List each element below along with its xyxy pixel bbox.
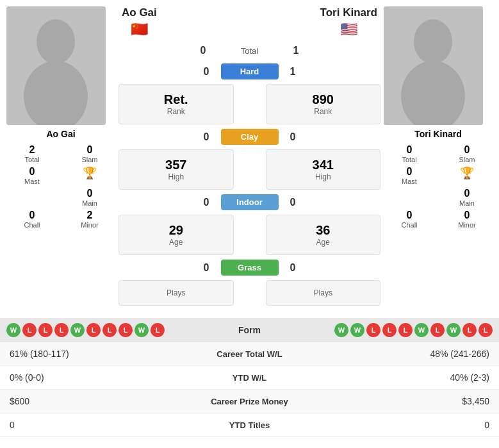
surface-row-indoor: 0 Indoor 0 [119, 194, 380, 210]
main-container: Ao Gai 2 Total 0 Slam 0 Mast 🏆 [0, 0, 499, 437]
stats-right-0: 48% (241-266) [314, 349, 490, 359]
left-trophy: 🏆 [64, 166, 115, 185]
form-label: Form [238, 325, 261, 335]
stats-right-2: $3,450 [314, 396, 490, 406]
grass-score-right: 0 [279, 262, 307, 274]
stats-center-3: YTD Titles [186, 420, 314, 430]
left-plays-panel: Plays [119, 280, 234, 306]
trophy-icon-right: 🏆 [460, 166, 474, 180]
right-player-section: Tori Kinard 0 Total 0 Slam 0 Mast 🏆 [384, 6, 493, 229]
form-badge-left: L [151, 323, 165, 337]
left-high-label: High [168, 172, 184, 181]
center-area: Ao Gai 🇨🇳 Tori Kinard 🇺🇸 0 Total 1 0 [119, 6, 380, 308]
right-name-flag: Tori Kinard 🇺🇸 [320, 6, 377, 38]
stats-left-0: 61% (180-117) [10, 349, 186, 359]
right-high-panel: 341 High [266, 149, 381, 190]
left-stat-mast: 0 Mast [6, 166, 58, 185]
right-rank-value: 890 [313, 92, 334, 107]
form-section: WLLLWLLLWL Form WWLLLWLWLL [0, 318, 499, 342]
stats-row: 0 YTD Titles 0 [0, 413, 499, 437]
player-names-row: Ao Gai 🇨🇳 Tori Kinard 🇺🇸 [119, 6, 380, 38]
left-age-label: Age [169, 238, 183, 247]
left-form-badges: WLLLWLLLWL [6, 323, 165, 337]
stats-left-1: 0% (0-0) [10, 372, 186, 383]
total-label: Total [218, 46, 282, 56]
right-age-panel: 36 Age [266, 215, 381, 255]
right-player-name: Tori Kinard [384, 129, 493, 139]
players-layout: Ao Gai 2 Total 0 Slam 0 Mast 🏆 [0, 0, 499, 315]
stats-left-2: $600 [10, 396, 186, 406]
left-flag: 🇨🇳 [131, 21, 148, 38]
surface-btn-indoor[interactable]: Indoor [221, 194, 279, 210]
right-age-label: Age [316, 238, 330, 247]
left-player-name: Ao Gai [6, 129, 115, 139]
left-player-section: Ao Gai 2 Total 0 Slam 0 Mast 🏆 [6, 6, 115, 229]
right-plays-panel: Plays [266, 280, 381, 306]
form-badge-right: L [382, 323, 397, 337]
hard-score-right: 1 [279, 66, 307, 78]
right-flag: 🇺🇸 [340, 21, 357, 38]
right-trophy: 🏆 [441, 166, 493, 185]
stats-row: 61% (180-117) Career Total W/L 48% (241-… [0, 342, 499, 366]
form-badge-right: W [446, 323, 461, 337]
surface-btn-clay[interactable]: Clay [221, 129, 279, 145]
form-badge-left: L [54, 323, 69, 337]
form-badge-left: L [38, 323, 53, 337]
right-stat-slam: 0 Slam [441, 144, 493, 163]
left-player-avatar [6, 6, 106, 125]
left-stat-slam: 0 Slam [64, 144, 115, 163]
left-stat-chall: 0 Chall [6, 210, 58, 229]
right-stat-minor: 0 Minor [441, 210, 493, 229]
clay-score-left: 0 [192, 131, 221, 143]
stats-row: $600 Career Prize Money $3,450 [0, 390, 499, 413]
right-high-value: 341 [313, 158, 334, 172]
left-rank-panel: Ret. Rank [119, 84, 234, 124]
right-age-value: 36 [316, 223, 330, 238]
form-badge-right: W [414, 323, 429, 337]
left-age-value: 29 [169, 223, 183, 238]
age-boxes: 29 Age 36 Age [119, 215, 380, 255]
grass-score-left: 0 [192, 262, 221, 274]
stats-center-2: Career Prize Money [186, 397, 314, 406]
stats-center-1: YTD W/L [186, 373, 314, 383]
rank-boxes: Ret. Rank 890 Rank [119, 84, 380, 124]
total-score-row: 0 Total 1 [119, 45, 380, 56]
surface-btn-hard[interactable]: Hard [221, 63, 279, 79]
left-plays-label: Plays [167, 288, 185, 297]
form-badge-right: L [479, 323, 493, 337]
right-plays-label: Plays [314, 288, 332, 297]
surface-row-hard: 0 Hard 1 [119, 63, 380, 79]
left-high-panel: 357 High [119, 149, 234, 190]
surface-rows: 0 Hard 1 Ret. Rank 890 Rank [119, 63, 380, 308]
total-score-right: 1 [282, 45, 311, 56]
stats-row: 0% (0-0) YTD W/L 40% (2-3) [0, 366, 499, 390]
form-badge-right: L [398, 323, 413, 337]
svg-point-4 [414, 19, 452, 64]
left-rank-label: Rank [167, 107, 185, 116]
left-stat-main: 0 Main [64, 188, 115, 207]
form-badge-left: W [70, 323, 85, 337]
surface-btn-grass[interactable]: Grass [221, 260, 279, 276]
plays-boxes: Plays Plays [119, 280, 380, 306]
surface-row-grass: 0 Grass 0 [119, 260, 380, 276]
stats-right-3: 0 [314, 420, 490, 430]
form-badge-right: W [334, 323, 348, 337]
stats-right-1: 40% (2-3) [314, 372, 490, 383]
left-stat-minor: 2 Minor [64, 210, 115, 229]
left-player-stats: 2 Total 0 Slam 0 Mast 🏆 0 Main [6, 144, 115, 229]
form-badge-left: W [135, 323, 149, 337]
high-boxes: 357 High 341 High [119, 149, 380, 190]
right-rank-panel: 890 Rank [266, 84, 381, 124]
form-badge-left: L [22, 323, 37, 337]
right-rank-label: Rank [314, 107, 332, 116]
right-stat-main: 0 Main [441, 188, 493, 207]
form-badge-left: L [119, 323, 133, 337]
left-name-flag: Ao Gai 🇨🇳 [122, 6, 157, 38]
stats-center-0: Career Total W/L [186, 349, 314, 359]
form-badge-left: L [86, 323, 101, 337]
form-badge-left: W [6, 323, 20, 337]
form-badge-right: W [350, 323, 364, 337]
right-form-badges: WWLLLWLWLL [334, 323, 493, 337]
right-stat-total: 0 Total [384, 144, 435, 163]
left-rank-value: Ret. [164, 92, 188, 107]
